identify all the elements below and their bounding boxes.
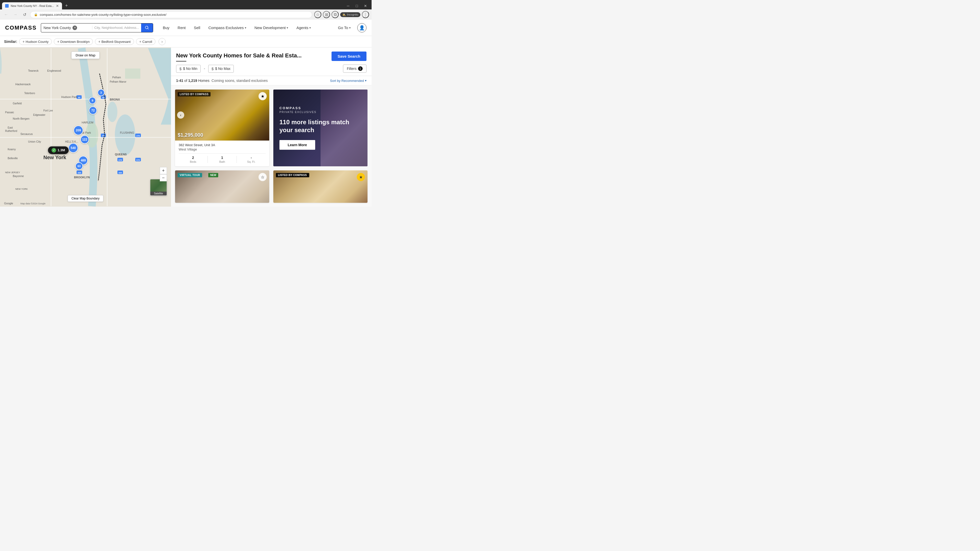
listing-bath-stat: 1 Bath <box>208 156 237 163</box>
nav-buy[interactable]: Buy <box>159 24 173 32</box>
favorite-button-3[interactable]: ★ <box>357 173 365 181</box>
svg-text:HARLEM: HARLEM <box>82 121 94 124</box>
cluster-9[interactable]: 9 <box>89 97 96 104</box>
results-range: 1-41 of 1,219 Homes <box>176 79 210 83</box>
sort-button[interactable]: Sort by Recommended ▾ <box>330 79 366 83</box>
compass-logo[interactable]: COMPASS <box>5 24 37 31</box>
svg-text:New York: New York <box>43 155 66 160</box>
compass-badge-1: LISTED BY COMPASS <box>178 92 210 97</box>
svg-text:495: 495 <box>118 171 122 174</box>
browser-tab-active[interactable]: New York County NY - Real Esta... ✕ <box>2 2 62 10</box>
map-area[interactable]: 95 95 95 278 678 678 495 495 <box>0 48 171 206</box>
draw-on-map-button[interactable]: Draw on Map <box>71 52 100 59</box>
maximize-button[interactable]: □ <box>353 2 361 10</box>
listing-card-1[interactable]: ‹ LISTED BY COMPASS ★ $1,295,000 382 Wes… <box>175 89 269 166</box>
new-tab-button[interactable]: + <box>63 2 70 10</box>
close-window-button[interactable]: ✕ <box>361 2 369 10</box>
chevron-down-icon-4: ▾ <box>349 26 351 30</box>
nav-compass-exclusives[interactable]: Compass Exclusives ▾ <box>205 24 250 32</box>
map-svg: 95 95 95 278 678 678 495 495 <box>0 48 171 206</box>
svg-text:Garfield: Garfield <box>13 102 22 105</box>
listings-grid: ‹ LISTED BY COMPASS ★ $1,295,000 382 Wes… <box>171 86 372 206</box>
search-location-display[interactable]: New York County ✕ <box>41 24 92 32</box>
virtual-tour-badge: VIRTUAL TOUR <box>178 173 202 177</box>
extension-button[interactable]: ⊞ <box>323 11 330 18</box>
listing-card-3[interactable]: NEW CONSTRUCTION ★ LISTED BY COMPASS <box>273 170 368 203</box>
listing-stats-1: 2 Beds 1 Bath - Sq. Ft. <box>179 153 266 163</box>
back-button[interactable]: ← <box>3 11 10 18</box>
minimize-button[interactable]: ─ <box>344 2 352 10</box>
address-bar[interactable]: 🔒 compass.com/homes-for-sale/new-york-co… <box>30 11 312 18</box>
tag-plus-icon-4: + <box>139 40 142 44</box>
results-title-underline <box>176 61 186 62</box>
cluster-3[interactable]: 3 <box>97 89 105 96</box>
exclusives-subtitle: PRIVATE EXCLUSIVES <box>280 110 361 114</box>
split-view-button[interactable]: ⧉ <box>331 11 339 18</box>
chevron-down-icon-2: ▾ <box>286 26 288 30</box>
reload-button[interactable]: ↺ <box>21 11 28 18</box>
main-nav: Buy Rent Sell Compass Exclusives ▾ New D… <box>159 24 314 32</box>
forward-button[interactable]: → <box>12 11 19 18</box>
price-filters-row: $ $ No Min - $ $ No Max Filters 1 <box>176 65 366 73</box>
favorite-button-2[interactable]: ☆ <box>259 173 267 181</box>
bath-value: 1 <box>221 156 223 160</box>
filters-button[interactable]: Filters 1 <box>343 65 366 73</box>
nav-sell[interactable]: Sell <box>190 24 204 32</box>
svg-text:Belleville: Belleville <box>8 157 18 160</box>
tab-close-icon[interactable]: ✕ <box>56 4 59 8</box>
menu-button[interactable]: ⋮ <box>362 11 369 18</box>
price-max-input[interactable]: $ $ No Max <box>208 65 234 73</box>
new-badge: NEW <box>208 173 218 177</box>
svg-text:Pelham Manor: Pelham Manor <box>110 80 127 83</box>
svg-text:495: 495 <box>78 171 81 174</box>
profile-button[interactable]: 👤 <box>357 23 366 32</box>
svg-text:95: 95 <box>78 97 80 99</box>
bath-label: Bath <box>219 160 225 163</box>
chevron-down-icon-3: ▾ <box>309 26 311 30</box>
satellite-button[interactable]: Satellite <box>150 179 167 196</box>
tag-hudson-county[interactable]: + Hudson County <box>19 38 52 45</box>
cluster-122[interactable]: 122 <box>80 135 89 144</box>
zoom-in-button[interactable]: + <box>160 167 167 174</box>
exclusives-logo: COMPASS <box>280 106 361 110</box>
favorite-button-1[interactable]: ★ <box>259 92 267 100</box>
nav-agents[interactable]: Agents ▾ <box>293 24 314 32</box>
tag-label-4: Carroll <box>142 40 152 44</box>
listing-prev-arrow[interactable]: ‹ <box>177 111 184 119</box>
zoom-out-button[interactable]: − <box>160 174 167 181</box>
svg-text:NEW YORK: NEW YORK <box>15 188 28 190</box>
clear-location-button[interactable]: ✕ <box>73 25 77 30</box>
cluster-540[interactable]: 540 <box>68 143 78 153</box>
learn-more-button[interactable]: Learn More <box>280 140 315 150</box>
svg-text:678: 678 <box>136 159 140 161</box>
listing-card-2[interactable]: VIRTUAL TOUR NEW ☆ LISTED BY COMPASS <box>175 170 269 203</box>
tags-scroll-right[interactable]: › <box>159 38 165 45</box>
tag-plus-icon-3: + <box>98 40 100 44</box>
right-panel: New York County Homes for Sale & Real Es… <box>171 48 372 206</box>
compass-badge-3: LISTED BY COMPASS <box>276 173 309 177</box>
tag-carroll[interactable]: + Carroll <box>136 38 156 45</box>
exclusives-content: COMPASS PRIVATE EXCLUSIVES 110 more list… <box>273 89 368 166</box>
svg-text:Hudson Park: Hudson Park <box>61 95 78 98</box>
go-to-dropdown[interactable]: Go To ▾ <box>334 24 354 32</box>
svg-text:NEW JERSEY: NEW JERSEY <box>5 171 20 174</box>
nav-new-development[interactable]: New Development ▾ <box>251 24 292 32</box>
search-submit-button[interactable] <box>141 24 153 32</box>
exclusives-card[interactable]: COMPASS PRIVATE EXCLUSIVES 110 more list… <box>273 89 368 166</box>
price-cluster-selected[interactable]: ✓ 1.3M <box>48 146 68 154</box>
nav-rent[interactable]: Rent <box>174 24 189 32</box>
incognito-badge: 🕵 Incognito <box>340 12 360 17</box>
price-min-input[interactable]: $ $ No Min <box>176 65 200 73</box>
save-search-button[interactable]: Save Search <box>331 52 366 61</box>
search-icon <box>145 25 149 30</box>
tag-downtown-brooklyn[interactable]: + Downtown Brooklyn <box>54 38 93 45</box>
dollar-sign-2: $ <box>212 67 213 71</box>
dollar-sign: $ <box>180 67 181 71</box>
url-text: compass.com/homes-for-sale/new-york-coun… <box>40 13 308 17</box>
filters-count-badge: 1 <box>358 66 363 71</box>
cluster-63[interactable]: 63 <box>75 162 83 170</box>
bookmark-button[interactable]: ☆ <box>314 11 321 18</box>
clear-map-boundary-button[interactable]: Clear Map Boundary <box>68 195 103 202</box>
browser-controls-bar: ← → ↺ 🔒 compass.com/homes-for-sale/new-y… <box>0 10 372 20</box>
tag-bedford-stuyvesant[interactable]: + Bedford-Stuyvesant <box>95 38 134 45</box>
